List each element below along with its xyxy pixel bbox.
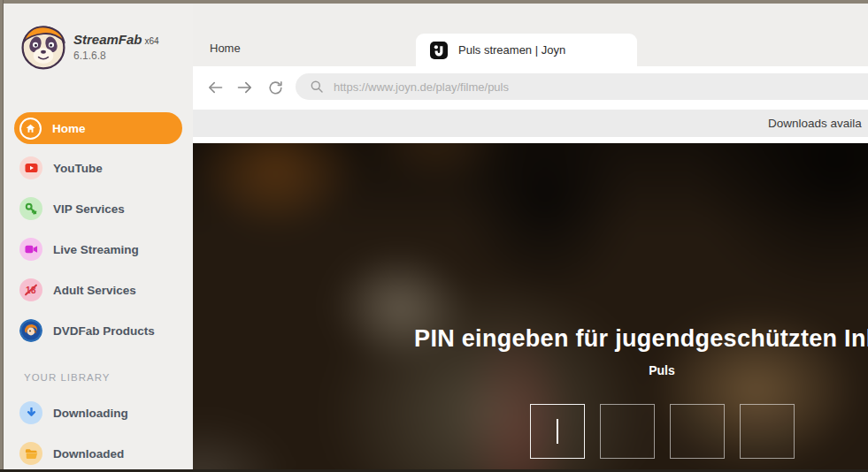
joyn-page-content: PIN eingeben für jugendgeschützten Inhal…	[193, 143, 868, 469]
pin-digit-input-4[interactable]	[740, 404, 795, 459]
back-button[interactable]	[204, 76, 227, 99]
reload-icon	[267, 80, 284, 96]
sidebar-item-label: DVDFab Products	[53, 324, 155, 338]
app-arch: x64	[145, 36, 159, 46]
pin-input-row	[193, 404, 868, 459]
pin-digit-input-1[interactable]	[530, 404, 585, 459]
sidebar-item-youtube[interactable]: YouTube	[14, 152, 188, 184]
back-arrow-icon	[206, 79, 224, 96]
sidebar-item-label: YouTube	[53, 162, 103, 175]
folder-icon	[19, 442, 42, 465]
app-title: StreamFabx64	[73, 32, 159, 47]
browser-tab-bar: Home Puls streamen | Joyn	[193, 4, 868, 66]
library-section-header: YOUR LIBRARY	[24, 372, 110, 383]
tab-home[interactable]: Home	[210, 42, 241, 55]
pin-digit-input-2[interactable]	[600, 404, 655, 459]
search-icon	[310, 80, 324, 94]
sidebar-item-label: Downloaded	[53, 447, 124, 461]
sidebar-item-downloaded[interactable]: Downloaded	[14, 438, 188, 469]
pin-heading: PIN eingeben für jugendgeschützten Inhal…	[193, 325, 868, 353]
sidebar-item-label: Downloading	[53, 407, 128, 420]
forward-button[interactable]	[234, 76, 257, 99]
forward-arrow-icon	[236, 79, 254, 96]
sidebar-item-downloading[interactable]: Downloading	[14, 397, 188, 429]
streamfab-sloth-logo-icon	[19, 23, 67, 71]
address-bar[interactable]	[296, 73, 868, 100]
pin-subtitle: Puls	[193, 363, 868, 377]
downloads-notice-bar: Downloads availa	[193, 110, 868, 137]
pin-digit-input-3[interactable]	[670, 404, 725, 459]
home-icon	[19, 118, 42, 140]
browser-toolbar	[193, 66, 868, 108]
url-input[interactable]	[334, 80, 765, 94]
youtube-icon	[19, 156, 42, 179]
sidebar-item-home[interactable]: Home	[14, 112, 182, 144]
downloads-available-text: Downloads availa	[768, 117, 862, 130]
camcorder-icon	[19, 238, 42, 261]
key-icon	[19, 197, 42, 220]
text-caret	[557, 419, 558, 444]
dvdfab-mascot-icon	[19, 319, 42, 342]
sidebar-item-adult-services[interactable]: 18 Adult Services	[14, 274, 188, 306]
adult-18-icon: 18	[19, 278, 42, 301]
app-logo-row: StreamFabx64 6.1.6.8	[19, 23, 159, 71]
window-frame-top	[0, 0, 868, 4]
sidebar-item-label: Live Streaming	[53, 243, 139, 256]
window-frame-left	[0, 0, 4, 472]
sidebar: StreamFabx64 6.1.6.8 Home YouTube VIP Se…	[4, 4, 193, 469]
tab-puls-streamen-joyn[interactable]: Puls streamen | Joyn	[416, 34, 637, 66]
sidebar-item-label: Home	[52, 122, 86, 135]
app-version: 6.1.6.8	[73, 49, 159, 62]
sidebar-item-vip-services[interactable]: VIP Services	[14, 193, 188, 225]
streamfab-window: StreamFabx64 6.1.6.8 Home YouTube VIP Se…	[0, 0, 868, 472]
pin-overlay: PIN eingeben für jugendgeschützten Inhal…	[193, 143, 868, 469]
app-title-block: StreamFabx64 6.1.6.8	[73, 32, 159, 62]
tab-title: Puls streamen | Joyn	[458, 43, 565, 57]
sidebar-item-label: Adult Services	[53, 284, 136, 297]
download-arrow-icon	[19, 401, 42, 424]
sidebar-item-dvdfab-products[interactable]: DVDFab Products	[14, 315, 188, 346]
sidebar-item-label: VIP Services	[53, 202, 125, 216]
sidebar-item-live-streaming[interactable]: Live Streaming	[14, 233, 188, 265]
joyn-favicon-icon	[430, 42, 448, 59]
reload-button[interactable]	[264, 76, 287, 99]
